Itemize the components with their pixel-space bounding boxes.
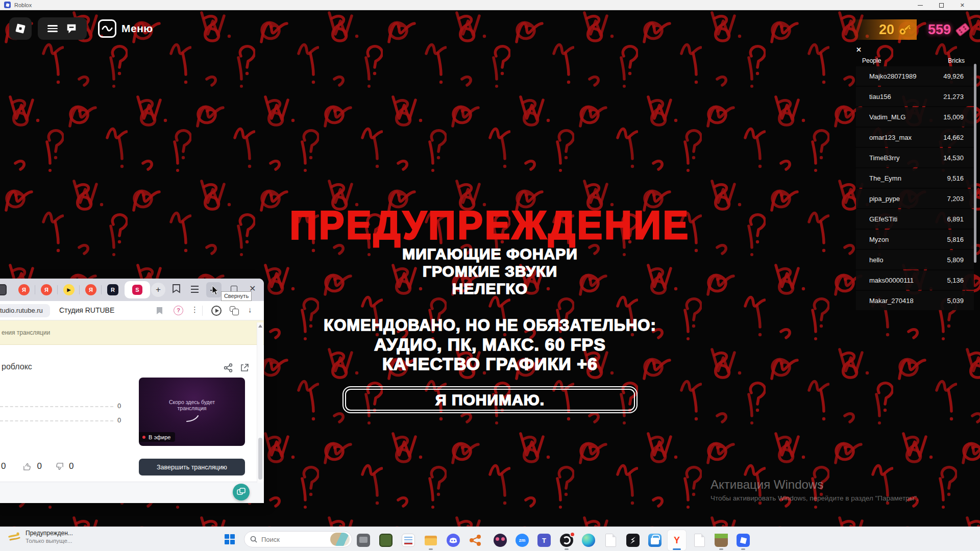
start-button[interactable] — [225, 534, 235, 544]
thumb-down-icon[interactable] — [55, 462, 64, 471]
taskbar-app-green-cube[interactable] — [377, 530, 395, 550]
search-icon — [250, 536, 257, 543]
play-glyph: ▶ — [67, 287, 71, 292]
player-name: tiau156 — [869, 93, 891, 101]
taskbar-document-icon-2[interactable] — [690, 530, 708, 550]
leaderboard-row[interactable]: pipa_pype7,203 — [856, 189, 974, 208]
page-title: Студия RUTUBE — [59, 306, 114, 314]
taskbar-app-share[interactable] — [466, 530, 484, 550]
tab-rutube-studio-active[interactable]: S — [125, 281, 150, 298]
roblox-logo-button[interactable] — [9, 17, 32, 40]
menu-label: Меню — [121, 22, 153, 35]
metric-line-top — [0, 406, 113, 407]
menu-button[interactable]: Меню — [98, 19, 153, 38]
video-player-icon[interactable] — [211, 306, 222, 316]
i-understand-button[interactable]: Я ПОНИМАЮ. — [342, 386, 638, 413]
tab-music-icon[interactable]: ▶ — [63, 284, 75, 295]
player-name: hello — [869, 256, 883, 264]
hamburger-icon[interactable] — [47, 25, 58, 32]
scroll-up-icon[interactable] — [258, 324, 262, 328]
leaderboard-row[interactable]: hello5,809 — [856, 250, 974, 269]
new-tab-button[interactable]: + — [151, 283, 165, 297]
zoom-icon[interactable]: zm — [513, 530, 531, 550]
metric-line-bottom — [0, 420, 113, 421]
external-link-icon[interactable] — [240, 363, 249, 372]
window-close-button[interactable]: ✕ — [960, 0, 965, 10]
bricks-header: Bricks — [948, 57, 965, 64]
tab-yandex-icon-3[interactable]: Я — [85, 284, 96, 295]
end-stream-button[interactable]: Завершить трансляцию — [139, 459, 245, 475]
leaderboard-row[interactable]: Majko2807198949,926 — [856, 66, 974, 86]
roblox-window-icon — [4, 2, 11, 8]
leaderboard-row[interactable]: Myzon5,816 — [856, 230, 974, 249]
search-input[interactable] — [261, 536, 317, 543]
window-maximize-button[interactable] — [939, 3, 944, 8]
browser-footer — [0, 482, 264, 503]
help-fab-button[interactable] — [233, 484, 250, 500]
leaderboard-row[interactable]: maks000001115,136 — [856, 270, 974, 290]
tab-groups-icon[interactable] — [230, 306, 235, 312]
window-minimize-button[interactable] — [918, 5, 923, 6]
taskbar-document-icon[interactable] — [601, 530, 620, 550]
more-options-icon[interactable]: ⋮ — [191, 305, 199, 314]
leaderboard-row[interactable]: omar123_max14,662 — [856, 128, 974, 147]
side-panel-icon[interactable] — [172, 284, 181, 293]
tab-yandex-icon[interactable]: Я — [18, 284, 30, 295]
player-bricks: 21,273 — [943, 93, 964, 101]
address-bar[interactable]: tudio.rutube.ru — [0, 304, 50, 317]
roblox-app-icon[interactable] — [734, 530, 752, 550]
leaderboard-row[interactable]: Vadim_MLG15,009 — [856, 107, 974, 127]
yandex-browser-icon[interactable]: Y — [668, 530, 686, 550]
edge-icon[interactable] — [579, 530, 598, 550]
leaderboard-row[interactable]: TimeB3rry14,530 — [856, 148, 974, 167]
leaderboard-row[interactable]: The_Eymn9,516 — [856, 168, 974, 188]
teams-icon[interactable]: T — [535, 530, 553, 550]
ya-letter: Я — [22, 287, 26, 293]
stream-heading: роблокс — [2, 362, 32, 371]
browser-scrollbar[interactable] — [257, 322, 263, 483]
player-name: GEfeSTiti — [869, 215, 897, 223]
obs-icon[interactable] — [557, 530, 576, 550]
tab-yandex-icon-2[interactable]: Я — [41, 284, 52, 295]
notification-badge — [570, 532, 575, 537]
thumb-up-icon[interactable] — [23, 462, 32, 471]
leaderboard-row[interactable]: Makar_2704185,039 — [856, 291, 974, 310]
file-explorer-icon[interactable] — [422, 530, 440, 550]
player-name: omar123_max — [869, 134, 912, 141]
people-header: People — [862, 57, 881, 64]
leaderboard: ✕ People Bricks Majko2807198949,926 tiau… — [856, 45, 974, 311]
taskbar-search[interactable] — [244, 531, 352, 547]
leaderboard-row[interactable]: tiau15621,273 — [856, 87, 974, 106]
dislikes-count: 0 — [69, 461, 74, 471]
taskbar-weather-widget[interactable]: Предупрежден... Только выпуще... — [7, 530, 73, 544]
downloads-icon[interactable]: ↓ — [248, 305, 252, 314]
player-name: Makar_270418 — [869, 297, 914, 305]
stream-preview[interactable]: Скоро здесь будет трансляция В эфире — [139, 378, 245, 446]
hud-menu-pill — [38, 17, 87, 40]
screen: Roblox ✕ Меню — [0, 0, 980, 551]
discord-icon[interactable] — [444, 530, 462, 550]
taskbar: Предупрежден... Только выпуще... — [0, 527, 980, 551]
zm-letters: zm — [519, 538, 526, 543]
leaderboard-close-icon[interactable]: ✕ — [856, 46, 862, 54]
bookmark-icon[interactable] — [156, 307, 163, 315]
tab-favicon-cut[interactable] — [0, 284, 7, 295]
player-name: maks00000111 — [869, 277, 914, 284]
taskbar-app-notes[interactable] — [399, 530, 418, 550]
chat-icon[interactable] — [66, 23, 77, 34]
ya-letter: Я — [44, 287, 48, 293]
browser-menu-icon[interactable] — [191, 286, 199, 293]
taskbar-app-owl[interactable] — [491, 530, 509, 550]
share-icon[interactable] — [224, 363, 233, 372]
leaderboard-row[interactable]: GEfeSTiti6,891 — [856, 209, 974, 229]
feedback-icon[interactable]: ? — [174, 306, 183, 315]
scrollbar-thumb[interactable] — [258, 438, 262, 480]
leaderboard-scrollbar[interactable] — [974, 64, 976, 263]
search-highlight-image[interactable] — [330, 533, 350, 546]
taskbar-app-black-s[interactable] — [624, 530, 642, 550]
taskbar-app-gray-box[interactable] — [354, 530, 373, 550]
minecraft-icon[interactable] — [712, 530, 730, 550]
tab-rutube-icon[interactable]: R — [107, 284, 118, 295]
ms-store-icon[interactable] — [646, 530, 664, 550]
weather-wind-icon — [7, 530, 21, 544]
